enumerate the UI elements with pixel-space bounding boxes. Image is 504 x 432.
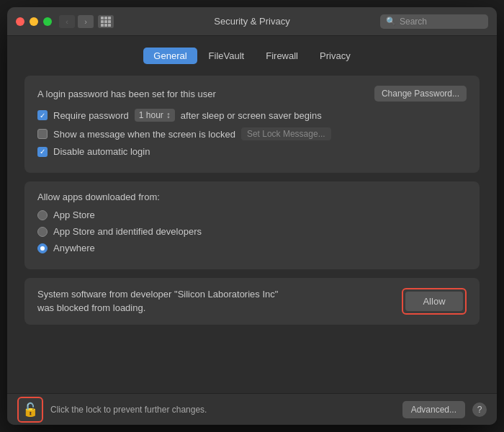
content-area: General FileVault Firewall Privacy A log… [7, 36, 497, 393]
nav-buttons: ‹ › [59, 15, 94, 28]
set-lock-message-button[interactable]: Set Lock Message... [241, 127, 331, 140]
radio-app-store-identified-label: App Store and identified developers [53, 226, 202, 237]
forward-button[interactable]: › [78, 15, 94, 28]
back-button[interactable]: ‹ [59, 15, 75, 28]
allow-section: System software from developer "Silicon … [24, 278, 480, 325]
tab-firewall[interactable]: Firewall [256, 48, 308, 64]
help-button[interactable]: ? [472, 402, 487, 417]
lock-text: Click the lock to prevent further change… [50, 405, 395, 415]
radio-anywhere: Anywhere [37, 243, 467, 253]
window-title: Security & Privacy [214, 16, 289, 27]
password-duration-dropdown[interactable]: 1 hour ↕ [135, 109, 175, 122]
disable-auto-login-checkbox[interactable]: ✓ [37, 147, 48, 157]
login-password-row: A login password has been set for this u… [37, 86, 467, 102]
tab-bar: General FileVault Firewall Privacy [24, 48, 480, 64]
traffic-lights [16, 17, 52, 26]
require-password-label: Require password [53, 110, 129, 121]
chevron-icon: ↕ [166, 110, 171, 120]
advanced-button[interactable]: Advanced... [402, 401, 465, 418]
lock-button[interactable]: 🔓 [17, 397, 43, 423]
show-message-row: Show a message when the screen is locked… [37, 127, 467, 140]
show-message-checkbox[interactable] [37, 129, 48, 139]
tab-filevault[interactable]: FileVault [199, 48, 255, 64]
allow-button[interactable]: Allow [405, 292, 463, 311]
tab-general[interactable]: General [143, 48, 197, 64]
show-message-label: Show a message when the screen is locked [53, 129, 235, 140]
close-button[interactable] [16, 17, 24, 26]
require-password-row: ✓ Require password 1 hour ↕ after sleep … [37, 109, 467, 122]
lock-icon: 🔓 [22, 402, 38, 418]
search-icon: 🔍 [386, 17, 396, 26]
checkmark-icon: ✓ [40, 112, 45, 120]
radio-app-store-identified-input[interactable] [37, 227, 48, 237]
login-password-text: A login password has been set for this u… [37, 89, 216, 99]
minimize-button[interactable] [30, 17, 38, 26]
search-placeholder: Search [400, 17, 427, 27]
tab-privacy[interactable]: Privacy [310, 48, 361, 64]
radio-app-store-input[interactable] [37, 210, 48, 220]
radio-app-store: App Store [37, 210, 467, 220]
checkmark-icon-2: ✓ [40, 148, 45, 156]
after-sleep-text: after sleep or screen saver begins [181, 110, 322, 121]
radio-selected-indicator [40, 246, 45, 251]
radio-app-store-label: App Store [53, 210, 95, 220]
disable-auto-login-label: Disable automatic login [53, 146, 150, 157]
maximize-button[interactable] [43, 17, 52, 26]
radio-anywhere-input[interactable] [37, 243, 48, 253]
login-section: A login password has been set for this u… [24, 76, 480, 173]
radio-anywhere-label: Anywhere [53, 243, 95, 253]
app-grid-button[interactable] [98, 15, 114, 28]
allow-button-wrapper: Allow [402, 288, 467, 315]
download-section-label: Allow apps downloaded from: [37, 192, 467, 202]
change-password-button[interactable]: Change Password... [374, 86, 467, 102]
main-window: ‹ › Security & Privacy 🔍 Search General … [7, 7, 497, 425]
download-section: Allow apps downloaded from: App Store Ap… [24, 181, 480, 269]
disable-auto-login-row: ✓ Disable automatic login [37, 146, 467, 157]
radio-app-store-identified: App Store and identified developers [37, 226, 467, 237]
grid-icon [101, 17, 111, 27]
footer: 🔓 Click the lock to prevent further chan… [7, 393, 497, 425]
system-software-message: System software from developer "Silicon … [37, 288, 282, 314]
search-box[interactable]: 🔍 Search [380, 14, 488, 29]
titlebar: ‹ › Security & Privacy 🔍 Search [7, 7, 497, 36]
require-password-checkbox[interactable]: ✓ [37, 110, 48, 120]
